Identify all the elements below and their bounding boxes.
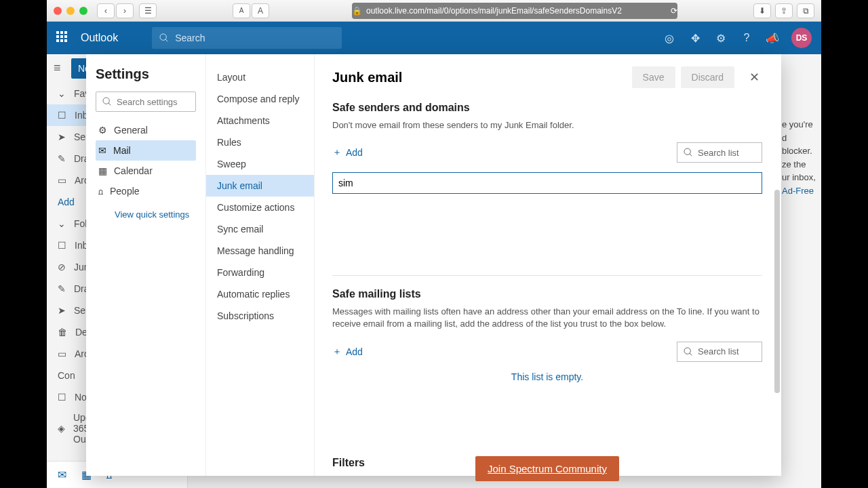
settings-categories-pane: Settings Search settings ⚙General ✉Mail … [86,54,206,476]
hamburger-icon[interactable]: ≡ [54,61,61,75]
plus-icon: ＋ [332,346,342,358]
svg-line-5 [690,154,692,156]
mailing-list-search-input[interactable]: Search list [677,342,762,362]
junk-email-panel: Junk email Save Discard ✕ Safe senders a… [315,54,781,476]
download-icon[interactable]: ⬇ [753,3,771,18]
url-text: outlook.live.com/mail/0/options/mail/jun… [366,6,622,16]
view-quick-settings-link[interactable]: View quick settings [96,209,196,220]
mail-setting-customize-actions[interactable]: Customize actions [206,197,314,218]
search-icon [683,147,694,158]
brand-label: Outlook [81,32,118,44]
mail-setting-layout[interactable]: Layout [206,66,314,88]
tabs-icon[interactable]: ⧉ [797,3,814,18]
mail-setting-compose-and-reply[interactable]: Compose and reply [206,88,314,110]
svg-point-0 [160,34,166,40]
minimize-window-icon[interactable] [66,7,75,15]
ad-free-link[interactable]: Ad-Free [782,186,814,196]
empty-list-label: This list is empty. [332,371,762,382]
discard-button[interactable]: Discard [681,66,734,88]
url-bar[interactable]: 🔒 outlook.live.com/mail/0/options/mail/j… [352,3,677,19]
outbox-icon[interactable]: ✥ [688,31,702,45]
svg-line-7 [690,353,692,355]
safe-senders-desc: Don't move email from these senders to m… [332,119,762,131]
search-icon [102,96,113,107]
maximize-window-icon[interactable] [79,7,87,15]
add-safe-sender-button[interactable]: ＋Add [332,146,363,159]
gear-icon: ⚙ [98,125,107,136]
mail-setting-junk-email[interactable]: Junk email [206,175,314,197]
svg-line-1 [165,39,167,41]
people-icon: ⩍ [98,186,103,197]
app-launcher-icon[interactable] [56,31,70,45]
browser-toolbar: ‹ › ☰ A A 🔒 outlook.live.com/mail/0/opti… [47,0,821,22]
panel-title: Junk email [332,70,627,85]
megaphone-icon[interactable]: 📣 [766,31,779,45]
mail-settings-list: LayoutCompose and replyAttachmentsRulesS… [206,54,315,476]
safe-sender-entry-input[interactable] [332,172,762,194]
global-search-input[interactable]: Search [152,27,342,49]
avatar[interactable]: DS [791,28,812,48]
back-button[interactable]: ‹ [97,3,115,18]
search-icon [683,346,694,357]
spectrum-ad-button[interactable]: Join Spectrum Community [475,456,619,481]
help-icon[interactable]: ? [740,31,753,45]
font-size-small[interactable]: A [233,3,250,18]
safe-lists-heading: Safe mailing lists [332,288,762,300]
mail-setting-rules[interactable]: Rules [206,131,314,153]
reload-icon[interactable]: ⟳ [671,6,677,16]
add-mailing-list-button[interactable]: ＋Add [332,346,363,358]
svg-point-6 [684,348,690,354]
forward-button[interactable]: › [116,3,134,18]
mail-setting-sync-email[interactable]: Sync email [206,218,314,240]
safe-senders-search-input[interactable]: Search list [677,142,762,163]
mail-setting-attachments[interactable]: Attachments [206,110,314,131]
settings-modal: Settings Search settings ⚙General ✉Mail … [86,54,781,476]
mail-setting-sweep[interactable]: Sweep [206,153,314,175]
ad-fragment: e you'red blocker.ze theur inbox, Ad-Fre… [782,108,821,197]
calendar-icon: ▦ [98,165,107,176]
font-size-large[interactable]: A [252,3,269,18]
window-controls[interactable] [54,7,87,15]
outlook-header: Outlook Search ◎ ✥ ⚙ ? 📣 DS [47,22,821,54]
search-icon [159,33,170,43]
settings-title: Settings [96,66,196,82]
gear-icon[interactable]: ⚙ [714,31,728,45]
settings-search-input[interactable]: Search settings [96,92,196,112]
sidebar-toggle-icon[interactable]: ☰ [139,3,157,18]
mail-setting-automatic-replies[interactable]: Automatic replies [206,283,314,305]
share-icon[interactable]: ⇪ [775,3,793,18]
search-placeholder: Search [175,33,205,43]
mail-setting-message-handling[interactable]: Message handling [206,240,314,262]
lock-icon: 🔒 [352,6,362,16]
mail-icon: ✉ [98,145,106,156]
svg-line-3 [108,103,111,105]
divider [332,275,762,276]
safe-senders-heading: Safe senders and domains [332,102,762,114]
close-window-icon[interactable] [54,7,62,15]
skype-icon[interactable]: ◎ [663,31,676,45]
svg-point-4 [684,148,690,155]
mail-module-icon[interactable]: ✉ [58,468,66,481]
category-general[interactable]: ⚙General [96,120,196,140]
mail-setting-subscriptions[interactable]: Subscriptions [206,305,314,327]
scrollbar[interactable] [774,190,780,420]
category-people[interactable]: ⩍People [96,181,196,201]
category-mail[interactable]: ✉Mail [96,140,196,161]
safe-lists-desc: Messages with mailing lists often have a… [332,306,762,330]
plus-icon: ＋ [332,146,342,159]
save-button[interactable]: Save [632,66,675,88]
close-icon[interactable]: ✕ [747,67,762,87]
mail-setting-forwarding[interactable]: Forwarding [206,262,314,283]
svg-point-2 [103,98,109,104]
category-calendar[interactable]: ▦Calendar [96,161,196,181]
